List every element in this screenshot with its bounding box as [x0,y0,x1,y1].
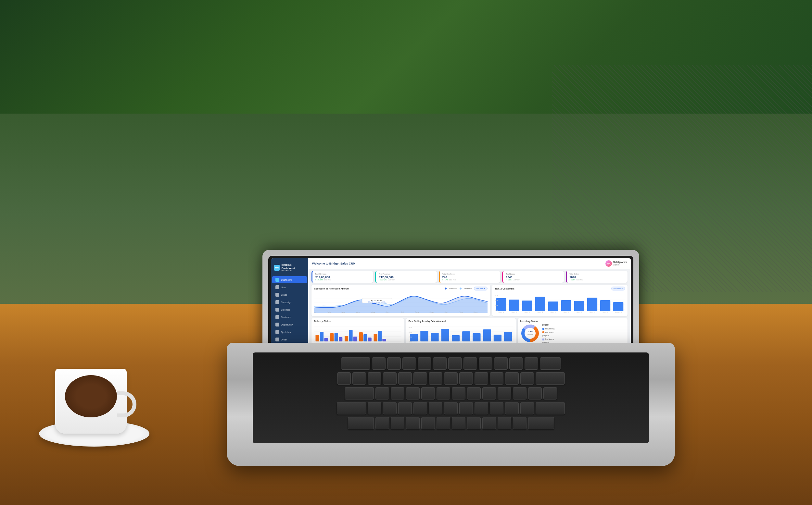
sidebar-item-calendar[interactable]: Calendar [272,306,307,313]
key-f7[interactable] [463,357,477,370]
slow-moving-label: Slow Moving [545,327,554,330]
key-shift-r[interactable] [528,417,554,430]
svg-rect-28 [535,297,545,311]
key-f9[interactable] [494,357,508,370]
key-6[interactable] [429,372,442,384]
key-4[interactable] [398,372,412,384]
svg-text:50k: 50k [495,295,498,296]
key-c[interactable] [406,417,420,430]
top-customers-filter[interactable]: This Year ▼ [611,287,625,291]
key-period[interactable] [498,417,511,430]
key-s[interactable] [383,402,397,414]
key-y[interactable] [452,387,465,399]
key-tab[interactable] [345,387,374,399]
svg-text:Cus 9: Cus 9 [602,312,608,313]
key-h[interactable] [444,402,458,414]
sidebar-label-customer: Customer [281,316,291,318]
key-d[interactable] [398,402,412,414]
key-u[interactable] [467,387,481,399]
key-l[interactable] [490,402,504,414]
key-quote[interactable] [520,402,534,414]
key-equals[interactable] [520,372,534,384]
sidebar-item-user[interactable]: User [272,284,307,291]
sidebar-item-customer[interactable]: Customer [272,314,307,321]
collection-filter[interactable]: This Year ▼ [474,287,488,291]
sidebar-item-order[interactable]: Order [272,336,307,343]
key-n[interactable] [452,417,465,430]
key-9[interactable] [475,372,488,384]
svg-text:Cus 4: Cus 4 [538,312,543,313]
key-f4[interactable] [418,357,431,370]
key-m[interactable] [467,417,481,430]
key-f3[interactable] [402,357,416,370]
key-7[interactable] [444,372,458,384]
stat-change-enrollment: ↑ +19% Last Year [442,279,498,281]
key-p[interactable] [513,387,527,399]
svg-rect-57 [334,333,338,341]
key-3[interactable] [383,372,397,384]
sidebar-label-calendar: Calendar [281,309,290,311]
key-f6[interactable] [448,357,462,370]
user-profile[interactable]: MA Mahitip Arora Admin [605,260,627,267]
top-customers-header: Top 10 Customers This Year ▼ [495,287,625,291]
laptop-base [227,343,675,466]
key-minus[interactable] [505,372,519,384]
key-q[interactable] [376,387,389,399]
key-w[interactable] [391,387,404,399]
key-1[interactable] [353,372,366,384]
key-comma[interactable] [482,417,496,430]
key-f2[interactable] [387,357,401,370]
key-o[interactable] [498,387,511,399]
key-f12[interactable] [540,357,561,370]
key-0[interactable] [490,372,504,384]
key-enter[interactable] [536,402,565,414]
key-v[interactable] [421,417,435,430]
sidebar-item-leads[interactable]: Leads ▾ [272,291,307,298]
stat-label-revenue2: Total Revenue [379,273,434,275]
key-slash[interactable] [513,417,527,430]
key-f1[interactable] [372,357,386,370]
sidebar-item-dashboard[interactable]: Dashboard [272,276,307,283]
stat-card-orders: Total Orders 1040 ↑ +19% Last Year [566,271,628,283]
best-selling-title: Best Selling Item by Sales Amount [409,320,446,322]
key-escape[interactable] [341,357,370,370]
key-f[interactable] [413,402,427,414]
key-g[interactable] [429,402,442,414]
key-f10[interactable] [509,357,523,370]
key-semicolon[interactable] [505,402,519,414]
key-z[interactable] [376,417,389,430]
key-backspace[interactable] [536,372,565,384]
key-tilde[interactable] [337,372,351,384]
stat-change-pct: +20.42% [317,279,323,281]
key-bracket-l[interactable] [528,387,542,399]
key-caps[interactable] [337,402,366,414]
sidebar-item-campaign[interactable]: Campaign [272,299,307,306]
key-b[interactable] [436,417,450,430]
inventory-label-600-50: (600) 50% [542,335,554,337]
sidebar-item-opportunity[interactable]: Opportunity [272,321,307,328]
key-x[interactable] [391,417,404,430]
key-row-4 [256,402,646,414]
key-f11[interactable] [525,357,538,370]
stat-sub3: Last Year [449,279,456,281]
key-f8[interactable] [479,357,493,370]
key-e[interactable] [406,387,420,399]
key-k[interactable] [475,402,488,414]
key-i[interactable] [482,387,496,399]
key-8[interactable] [459,372,473,384]
top-customers-title: Top 10 Customers [495,288,515,290]
fast-moving-color [542,331,544,333]
key-2[interactable] [368,372,381,384]
delivery-chart-title: Delivery Status [314,320,330,322]
key-row-2 [256,372,646,384]
key-5[interactable] [413,372,427,384]
key-shift-l[interactable] [348,417,374,430]
key-t[interactable] [436,387,450,399]
sidebar-item-quotation[interactable]: Quotation [272,328,307,336]
key-j[interactable] [459,402,473,414]
projection-label: Projection [464,288,472,290]
key-f5[interactable] [433,357,446,370]
key-bracket-r[interactable] [543,387,557,399]
key-a[interactable] [368,402,381,414]
key-r[interactable] [421,387,435,399]
